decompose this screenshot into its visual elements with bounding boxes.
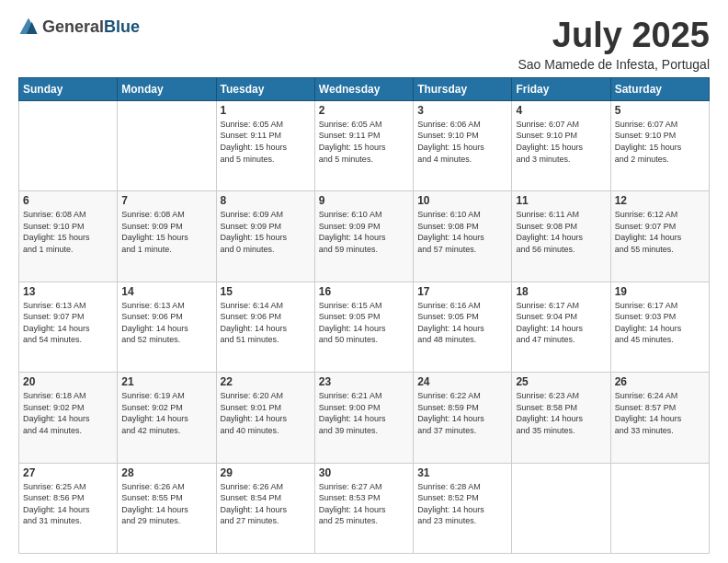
day-info: Sunrise: 6:16 AM Sunset: 9:05 PM Dayligh… <box>417 300 507 346</box>
calendar-cell: 7Sunrise: 6:08 AM Sunset: 9:09 PM Daylig… <box>118 191 216 282</box>
main-title: July 2025 <box>518 17 710 55</box>
day-number: 13 <box>23 285 113 298</box>
calendar-cell: 28Sunrise: 6:26 AM Sunset: 8:55 PM Dayli… <box>118 463 216 553</box>
calendar-cell: 3Sunrise: 6:06 AM Sunset: 9:10 PM Daylig… <box>414 100 512 190</box>
calendar-cell: 25Sunrise: 6:23 AM Sunset: 8:58 PM Dayli… <box>512 373 610 463</box>
day-number: 2 <box>319 104 409 117</box>
day-info: Sunrise: 6:07 AM Sunset: 9:10 PM Dayligh… <box>615 119 705 165</box>
calendar-cell: 10Sunrise: 6:10 AM Sunset: 9:08 PM Dayli… <box>414 191 512 282</box>
calendar-cell: 12Sunrise: 6:12 AM Sunset: 9:07 PM Dayli… <box>610 191 709 282</box>
day-number: 24 <box>417 375 507 388</box>
day-number: 12 <box>615 194 705 207</box>
day-info: Sunrise: 6:19 AM Sunset: 9:02 PM Dayligh… <box>121 390 211 436</box>
day-number: 18 <box>516 285 606 298</box>
day-info: Sunrise: 6:13 AM Sunset: 9:07 PM Dayligh… <box>23 300 113 346</box>
calendar-cell: 20Sunrise: 6:18 AM Sunset: 9:02 PM Dayli… <box>19 373 118 463</box>
day-info: Sunrise: 6:08 AM Sunset: 9:09 PM Dayligh… <box>121 209 211 255</box>
day-info: Sunrise: 6:12 AM Sunset: 9:07 PM Dayligh… <box>615 209 705 255</box>
week-row-1: 1Sunrise: 6:05 AM Sunset: 9:11 PM Daylig… <box>19 100 710 190</box>
calendar-cell: 23Sunrise: 6:21 AM Sunset: 9:00 PM Dayli… <box>314 373 413 463</box>
day-info: Sunrise: 6:05 AM Sunset: 9:11 PM Dayligh… <box>221 119 311 165</box>
day-info: Sunrise: 6:14 AM Sunset: 9:06 PM Dayligh… <box>221 300 311 346</box>
calendar-cell: 16Sunrise: 6:15 AM Sunset: 9:05 PM Dayli… <box>314 282 413 372</box>
col-thursday: Thursday <box>414 77 512 100</box>
day-number: 1 <box>221 104 311 117</box>
day-number: 25 <box>516 375 606 388</box>
day-info: Sunrise: 6:11 AM Sunset: 9:08 PM Dayligh… <box>516 209 606 255</box>
calendar-cell: 11Sunrise: 6:11 AM Sunset: 9:08 PM Dayli… <box>512 191 610 282</box>
calendar-cell: 8Sunrise: 6:09 AM Sunset: 9:09 PM Daylig… <box>216 191 314 282</box>
day-number: 3 <box>417 104 507 117</box>
subtitle: Sao Mamede de Infesta, Portugal <box>518 57 710 72</box>
calendar-cell: 30Sunrise: 6:27 AM Sunset: 8:53 PM Dayli… <box>314 463 413 553</box>
calendar-cell: 5Sunrise: 6:07 AM Sunset: 9:10 PM Daylig… <box>610 100 709 190</box>
day-number: 30 <box>319 466 409 479</box>
week-row-2: 6Sunrise: 6:08 AM Sunset: 9:10 PM Daylig… <box>19 191 710 282</box>
col-monday: Monday <box>118 77 216 100</box>
calendar-cell: 15Sunrise: 6:14 AM Sunset: 9:06 PM Dayli… <box>216 282 314 372</box>
calendar-cell: 4Sunrise: 6:07 AM Sunset: 9:10 PM Daylig… <box>512 100 610 190</box>
calendar-cell: 14Sunrise: 6:13 AM Sunset: 9:06 PM Dayli… <box>118 282 216 372</box>
day-number: 22 <box>221 375 311 388</box>
day-number: 14 <box>121 285 211 298</box>
day-number: 19 <box>615 285 705 298</box>
day-number: 4 <box>516 104 606 117</box>
day-number: 9 <box>319 194 409 207</box>
day-info: Sunrise: 6:07 AM Sunset: 9:10 PM Dayligh… <box>516 119 606 165</box>
day-info: Sunrise: 6:17 AM Sunset: 9:04 PM Dayligh… <box>516 300 606 346</box>
day-info: Sunrise: 6:26 AM Sunset: 8:55 PM Dayligh… <box>121 481 211 527</box>
calendar-cell: 17Sunrise: 6:16 AM Sunset: 9:05 PM Dayli… <box>414 282 512 372</box>
col-saturday: Saturday <box>610 77 709 100</box>
day-number: 8 <box>221 194 311 207</box>
day-info: Sunrise: 6:17 AM Sunset: 9:03 PM Dayligh… <box>615 300 705 346</box>
day-info: Sunrise: 6:28 AM Sunset: 8:52 PM Dayligh… <box>417 481 507 527</box>
calendar-cell: 21Sunrise: 6:19 AM Sunset: 9:02 PM Dayli… <box>118 373 216 463</box>
calendar-cell: 6Sunrise: 6:08 AM Sunset: 9:10 PM Daylig… <box>19 191 118 282</box>
day-number: 28 <box>121 466 211 479</box>
calendar-cell: 2Sunrise: 6:05 AM Sunset: 9:11 PM Daylig… <box>314 100 413 190</box>
calendar-cell: 26Sunrise: 6:24 AM Sunset: 8:57 PM Dayli… <box>610 373 709 463</box>
calendar-cell: 29Sunrise: 6:26 AM Sunset: 8:54 PM Dayli… <box>216 463 314 553</box>
logo-text: GeneralBlue <box>42 17 140 37</box>
day-number: 31 <box>417 466 507 479</box>
col-tuesday: Tuesday <box>216 77 314 100</box>
calendar-cell: 31Sunrise: 6:28 AM Sunset: 8:52 PM Dayli… <box>414 463 512 553</box>
day-info: Sunrise: 6:06 AM Sunset: 9:10 PM Dayligh… <box>417 119 507 165</box>
day-info: Sunrise: 6:10 AM Sunset: 9:09 PM Dayligh… <box>319 209 409 255</box>
calendar-cell <box>512 463 610 553</box>
calendar-table: Sunday Monday Tuesday Wednesday Thursday… <box>18 77 710 554</box>
day-info: Sunrise: 6:21 AM Sunset: 9:00 PM Dayligh… <box>319 390 409 436</box>
calendar-cell: 22Sunrise: 6:20 AM Sunset: 9:01 PM Dayli… <box>216 373 314 463</box>
day-number: 11 <box>516 194 606 207</box>
calendar-cell <box>610 463 709 553</box>
day-number: 21 <box>121 375 211 388</box>
calendar-cell: 9Sunrise: 6:10 AM Sunset: 9:09 PM Daylig… <box>314 191 413 282</box>
calendar-header-row: Sunday Monday Tuesday Wednesday Thursday… <box>19 77 710 100</box>
day-number: 7 <box>121 194 211 207</box>
day-info: Sunrise: 6:05 AM Sunset: 9:11 PM Dayligh… <box>319 119 409 165</box>
header: GeneralBlue July 2025 Sao Mamede de Infe… <box>18 17 710 72</box>
day-info: Sunrise: 6:22 AM Sunset: 8:59 PM Dayligh… <box>417 390 507 436</box>
day-info: Sunrise: 6:26 AM Sunset: 8:54 PM Dayligh… <box>221 481 311 527</box>
logo-blue: Blue <box>104 17 140 36</box>
calendar-cell: 13Sunrise: 6:13 AM Sunset: 9:07 PM Dayli… <box>19 282 118 372</box>
day-number: 23 <box>319 375 409 388</box>
day-info: Sunrise: 6:27 AM Sunset: 8:53 PM Dayligh… <box>319 481 409 527</box>
calendar-cell <box>118 100 216 190</box>
day-info: Sunrise: 6:10 AM Sunset: 9:08 PM Dayligh… <box>417 209 507 255</box>
day-info: Sunrise: 6:24 AM Sunset: 8:57 PM Dayligh… <box>615 390 705 436</box>
calendar-cell: 27Sunrise: 6:25 AM Sunset: 8:56 PM Dayli… <box>19 463 118 553</box>
col-sunday: Sunday <box>19 77 118 100</box>
title-area: July 2025 Sao Mamede de Infesta, Portuga… <box>518 17 710 72</box>
logo-general: General <box>42 17 104 36</box>
logo-icon <box>18 17 39 37</box>
day-number: 20 <box>23 375 113 388</box>
day-info: Sunrise: 6:20 AM Sunset: 9:01 PM Dayligh… <box>221 390 311 436</box>
day-info: Sunrise: 6:15 AM Sunset: 9:05 PM Dayligh… <box>319 300 409 346</box>
page: GeneralBlue July 2025 Sao Mamede de Infe… <box>0 0 728 563</box>
day-info: Sunrise: 6:13 AM Sunset: 9:06 PM Dayligh… <box>121 300 211 346</box>
day-number: 17 <box>417 285 507 298</box>
day-info: Sunrise: 6:23 AM Sunset: 8:58 PM Dayligh… <box>516 390 606 436</box>
day-number: 15 <box>221 285 311 298</box>
week-row-4: 20Sunrise: 6:18 AM Sunset: 9:02 PM Dayli… <box>19 373 710 463</box>
